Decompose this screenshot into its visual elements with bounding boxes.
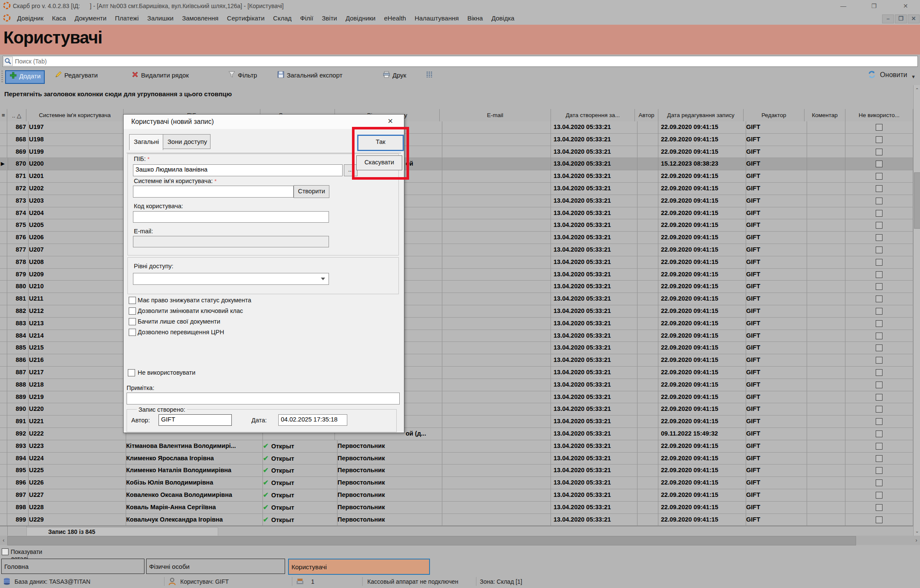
toolbar-grip[interactable] <box>1 71 3 83</box>
table-row-897[interactable]: 897U227Коваленко Оксана Володимирівна✔От… <box>0 489 913 502</box>
unused-checkbox[interactable] <box>876 222 883 229</box>
scroll-down-icon[interactable]: ⌄ <box>914 526 920 536</box>
restore-button[interactable]: ❐ <box>867 2 881 10</box>
close-button[interactable]: ✕ <box>898 2 913 10</box>
menu-item-14[interactable]: Вікна <box>464 12 487 25</box>
column-header-num[interactable]: .. △ <box>7 109 26 122</box>
search-input[interactable]: Поиск (Tab) <box>3 56 918 67</box>
dialog-close-icon[interactable]: ✕ <box>384 117 396 126</box>
unused-checkbox[interactable] <box>876 467 883 474</box>
horizontal-scrollbar[interactable]: ‹ › <box>0 536 920 545</box>
menu-item-10[interactable]: Звіти <box>318 12 341 25</box>
mdi-close-button[interactable]: ✕ <box>908 14 920 23</box>
pib-input[interactable]: Зашко Людмила Іванівна <box>133 164 343 176</box>
table-row-896[interactable]: 896U226Кобізь Юлія Володимирівна✔ОткрытП… <box>0 477 913 489</box>
refresh-caret-icon[interactable]: ▼ <box>911 74 916 79</box>
mdi-restore-button[interactable]: ❐ <box>895 14 907 23</box>
unused-checkbox[interactable] <box>876 357 883 364</box>
unused-checkbox[interactable] <box>876 295 883 302</box>
menu-item-3[interactable]: Документи <box>71 12 110 25</box>
toolbar-button-columns[interactable] <box>426 70 435 82</box>
dialog-checkbox-1[interactable] <box>129 297 136 304</box>
unused-checkbox[interactable] <box>876 283 883 290</box>
menu-item-1[interactable]: Довідник <box>13 12 47 25</box>
date-input[interactable]: 04.02.2025 17:35:18 <box>278 414 347 426</box>
scroll-right-icon[interactable]: › <box>913 536 920 545</box>
column-header-sys[interactable]: Системне ім'я користувача <box>26 109 124 122</box>
toolbar-button-редагувати[interactable]: Редагувати <box>55 70 98 82</box>
dialog-checkbox-2[interactable] <box>129 307 136 315</box>
dialog-checkbox-3[interactable] <box>129 318 136 325</box>
toolbar-button-фільтр[interactable]: Фільтр <box>228 70 257 82</box>
refresh-button[interactable]: Оновити <box>868 70 907 82</box>
scroll-left-icon[interactable]: ‹ <box>0 536 7 545</box>
unused-checkbox[interactable] <box>128 369 135 376</box>
column-header-edited[interactable]: Дата редагування запису <box>658 109 744 122</box>
unused-checkbox[interactable] <box>876 333 883 339</box>
tab-general[interactable]: Загальні <box>129 134 163 150</box>
table-row-898[interactable]: 898U228Коваль Марія-Анна Сергіївна✔Откры… <box>0 502 913 514</box>
unused-checkbox[interactable] <box>876 185 883 192</box>
column-header-comment[interactable]: Коментар <box>805 109 845 122</box>
unused-checkbox[interactable] <box>876 198 883 204</box>
note-input[interactable] <box>127 393 400 404</box>
usercode-input[interactable] <box>133 211 329 223</box>
unused-checkbox[interactable] <box>876 210 883 217</box>
menu-item-12[interactable]: eHealth <box>380 12 410 25</box>
menu-item-4[interactable]: Платежі <box>111 12 143 25</box>
table-row-895[interactable]: 895U225Клименко Наталія Володимирівна✔От… <box>0 465 913 477</box>
email-input[interactable] <box>133 236 329 247</box>
menu-item-11[interactable]: Довідники <box>342 12 379 25</box>
levels-select[interactable] <box>133 273 329 285</box>
menu-item-8[interactable]: Склад <box>269 12 295 25</box>
vertical-scrollbar[interactable]: ⌃ ⌄ <box>913 85 920 536</box>
menu-item-2[interactable]: Каса <box>48 12 70 25</box>
column-header-author[interactable]: Автор <box>635 109 658 122</box>
menu-item-9[interactable]: Філії <box>296 12 317 25</box>
column-header-email[interactable]: E-mail <box>440 109 551 122</box>
unused-checkbox[interactable] <box>876 381 883 388</box>
toolbar-button-загальний-експорт[interactable]: Загальний експорт <box>277 70 343 82</box>
unused-checkbox[interactable] <box>876 320 883 327</box>
unused-checkbox[interactable] <box>876 492 883 499</box>
toolbar-button-видалити-рядок[interactable]: Видалити рядок <box>131 70 189 82</box>
table-row-899[interactable]: 899U229Ковальчук Олександра Ігорівна✔Отк… <box>0 514 913 526</box>
column-header-unused[interactable]: Не використо... <box>845 109 913 122</box>
menu-item-6[interactable]: Замовлення <box>178 12 222 25</box>
page-tab-2[interactable]: Фізичні особи <box>146 559 285 574</box>
unused-checkbox[interactable] <box>876 443 883 450</box>
unused-checkbox[interactable] <box>876 308 883 315</box>
horizontal-scroll-thumb[interactable] <box>7 536 856 545</box>
mdi-minimize-button[interactable]: – <box>882 14 894 23</box>
unused-checkbox[interactable] <box>876 430 883 437</box>
unused-checkbox[interactable] <box>876 394 883 401</box>
unused-checkbox[interactable] <box>876 136 883 143</box>
column-header-icon[interactable]: ≡ <box>0 109 7 122</box>
menu-item-5[interactable]: Залишки <box>144 12 178 25</box>
column-header-editor[interactable]: Редактор <box>744 109 805 122</box>
show-details-checkbox[interactable] <box>2 548 9 555</box>
unused-checkbox[interactable] <box>876 479 883 486</box>
page-tab-3[interactable]: Користувачі <box>288 559 430 575</box>
minimize-button[interactable]: — <box>836 2 851 10</box>
column-header-created[interactable]: Дата створення за... <box>551 109 635 122</box>
unused-checkbox[interactable] <box>876 124 883 131</box>
unused-checkbox[interactable] <box>876 259 883 266</box>
unused-checkbox[interactable] <box>876 418 883 425</box>
unused-checkbox[interactable] <box>876 406 883 413</box>
menu-item-13[interactable]: Налаштування <box>411 12 463 25</box>
toolbar-button-додати[interactable]: Додати <box>5 70 45 84</box>
unused-checkbox[interactable] <box>876 516 883 523</box>
unused-checkbox[interactable] <box>876 271 883 278</box>
toolbar-button-друк[interactable]: Друк <box>383 70 406 82</box>
tab-access-zones[interactable]: Зони доступу <box>163 134 211 149</box>
unused-checkbox[interactable] <box>876 149 883 155</box>
page-tab-1[interactable]: Головна <box>1 559 144 574</box>
table-row-894[interactable]: 894U224Клименко Ярослава Ігорівна✔Открыт… <box>0 453 913 465</box>
unused-checkbox[interactable] <box>876 247 883 253</box>
unused-checkbox[interactable] <box>876 344 883 351</box>
author-input[interactable]: GIFT <box>159 414 232 426</box>
vertical-scroll-thumb[interactable] <box>914 172 920 229</box>
sysname-input[interactable] <box>133 186 294 198</box>
unused-checkbox[interactable] <box>876 369 883 376</box>
